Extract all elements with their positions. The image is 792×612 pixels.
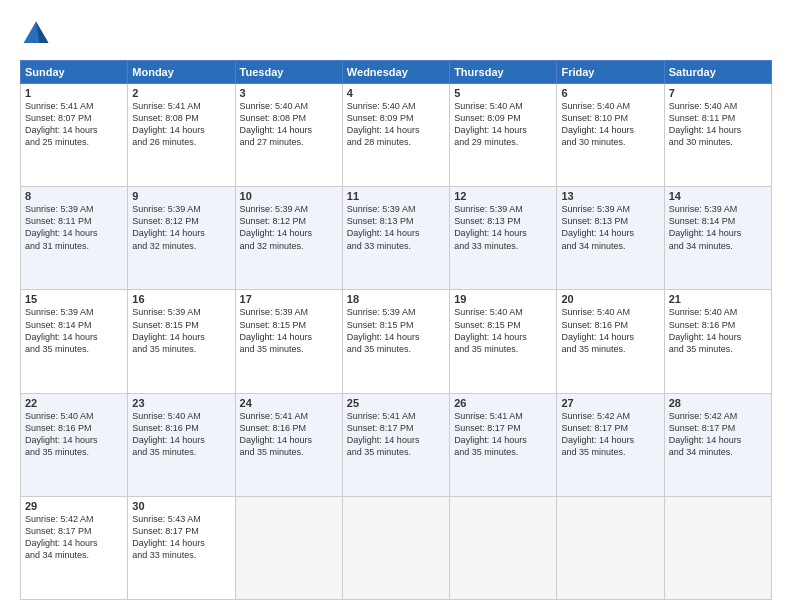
day-number: 5: [454, 87, 552, 99]
day-cell-1: 1Sunrise: 5:41 AM Sunset: 8:07 PM Daylig…: [21, 84, 128, 187]
day-info: Sunrise: 5:39 AM Sunset: 8:15 PM Dayligh…: [132, 306, 230, 355]
day-info: Sunrise: 5:39 AM Sunset: 8:15 PM Dayligh…: [240, 306, 338, 355]
day-info: Sunrise: 5:40 AM Sunset: 8:16 PM Dayligh…: [132, 410, 230, 459]
day-info: Sunrise: 5:39 AM Sunset: 8:12 PM Dayligh…: [132, 203, 230, 252]
day-cell-13: 13Sunrise: 5:39 AM Sunset: 8:13 PM Dayli…: [557, 187, 664, 290]
day-info: Sunrise: 5:40 AM Sunset: 8:16 PM Dayligh…: [25, 410, 123, 459]
day-info: Sunrise: 5:39 AM Sunset: 8:13 PM Dayligh…: [561, 203, 659, 252]
day-cell-4: 4Sunrise: 5:40 AM Sunset: 8:09 PM Daylig…: [342, 84, 449, 187]
day-cell-15: 15Sunrise: 5:39 AM Sunset: 8:14 PM Dayli…: [21, 290, 128, 393]
day-info: Sunrise: 5:41 AM Sunset: 8:08 PM Dayligh…: [132, 100, 230, 149]
day-info: Sunrise: 5:39 AM Sunset: 8:13 PM Dayligh…: [347, 203, 445, 252]
day-cell-29: 29Sunrise: 5:42 AM Sunset: 8:17 PM Dayli…: [21, 496, 128, 599]
calendar-table: SundayMondayTuesdayWednesdayThursdayFrid…: [20, 60, 772, 600]
day-number: 24: [240, 397, 338, 409]
day-cell-20: 20Sunrise: 5:40 AM Sunset: 8:16 PM Dayli…: [557, 290, 664, 393]
day-info: Sunrise: 5:41 AM Sunset: 8:07 PM Dayligh…: [25, 100, 123, 149]
day-cell-21: 21Sunrise: 5:40 AM Sunset: 8:16 PM Dayli…: [664, 290, 771, 393]
day-cell-3: 3Sunrise: 5:40 AM Sunset: 8:08 PM Daylig…: [235, 84, 342, 187]
header: [20, 18, 772, 50]
day-cell-23: 23Sunrise: 5:40 AM Sunset: 8:16 PM Dayli…: [128, 393, 235, 496]
week-row-1: 1Sunrise: 5:41 AM Sunset: 8:07 PM Daylig…: [21, 84, 772, 187]
day-number: 17: [240, 293, 338, 305]
day-number: 23: [132, 397, 230, 409]
logo-icon: [20, 18, 52, 50]
logo: [20, 18, 56, 50]
week-row-5: 29Sunrise: 5:42 AM Sunset: 8:17 PM Dayli…: [21, 496, 772, 599]
empty-cell: [235, 496, 342, 599]
header-cell-sunday: Sunday: [21, 61, 128, 84]
day-number: 7: [669, 87, 767, 99]
day-info: Sunrise: 5:42 AM Sunset: 8:17 PM Dayligh…: [561, 410, 659, 459]
day-info: Sunrise: 5:40 AM Sunset: 8:09 PM Dayligh…: [347, 100, 445, 149]
day-number: 11: [347, 190, 445, 202]
empty-cell: [557, 496, 664, 599]
day-number: 6: [561, 87, 659, 99]
header-cell-tuesday: Tuesday: [235, 61, 342, 84]
day-cell-18: 18Sunrise: 5:39 AM Sunset: 8:15 PM Dayli…: [342, 290, 449, 393]
day-cell-30: 30Sunrise: 5:43 AM Sunset: 8:17 PM Dayli…: [128, 496, 235, 599]
header-cell-thursday: Thursday: [450, 61, 557, 84]
day-number: 30: [132, 500, 230, 512]
day-cell-9: 9Sunrise: 5:39 AM Sunset: 8:12 PM Daylig…: [128, 187, 235, 290]
day-info: Sunrise: 5:40 AM Sunset: 8:15 PM Dayligh…: [454, 306, 552, 355]
header-row: SundayMondayTuesdayWednesdayThursdayFrid…: [21, 61, 772, 84]
day-number: 21: [669, 293, 767, 305]
day-info: Sunrise: 5:40 AM Sunset: 8:16 PM Dayligh…: [561, 306, 659, 355]
day-info: Sunrise: 5:42 AM Sunset: 8:17 PM Dayligh…: [25, 513, 123, 562]
day-number: 12: [454, 190, 552, 202]
day-number: 18: [347, 293, 445, 305]
day-number: 2: [132, 87, 230, 99]
day-number: 26: [454, 397, 552, 409]
day-cell-24: 24Sunrise: 5:41 AM Sunset: 8:16 PM Dayli…: [235, 393, 342, 496]
day-info: Sunrise: 5:39 AM Sunset: 8:14 PM Dayligh…: [669, 203, 767, 252]
day-cell-8: 8Sunrise: 5:39 AM Sunset: 8:11 PM Daylig…: [21, 187, 128, 290]
day-number: 3: [240, 87, 338, 99]
day-number: 25: [347, 397, 445, 409]
day-cell-14: 14Sunrise: 5:39 AM Sunset: 8:14 PM Dayli…: [664, 187, 771, 290]
day-info: Sunrise: 5:41 AM Sunset: 8:17 PM Dayligh…: [454, 410, 552, 459]
day-cell-10: 10Sunrise: 5:39 AM Sunset: 8:12 PM Dayli…: [235, 187, 342, 290]
day-cell-17: 17Sunrise: 5:39 AM Sunset: 8:15 PM Dayli…: [235, 290, 342, 393]
header-cell-saturday: Saturday: [664, 61, 771, 84]
day-cell-16: 16Sunrise: 5:39 AM Sunset: 8:15 PM Dayli…: [128, 290, 235, 393]
empty-cell: [664, 496, 771, 599]
day-cell-26: 26Sunrise: 5:41 AM Sunset: 8:17 PM Dayli…: [450, 393, 557, 496]
day-cell-28: 28Sunrise: 5:42 AM Sunset: 8:17 PM Dayli…: [664, 393, 771, 496]
day-number: 10: [240, 190, 338, 202]
day-number: 9: [132, 190, 230, 202]
day-number: 13: [561, 190, 659, 202]
day-number: 22: [25, 397, 123, 409]
day-info: Sunrise: 5:39 AM Sunset: 8:13 PM Dayligh…: [454, 203, 552, 252]
day-info: Sunrise: 5:40 AM Sunset: 8:08 PM Dayligh…: [240, 100, 338, 149]
day-info: Sunrise: 5:39 AM Sunset: 8:11 PM Dayligh…: [25, 203, 123, 252]
header-cell-monday: Monday: [128, 61, 235, 84]
day-number: 29: [25, 500, 123, 512]
day-info: Sunrise: 5:39 AM Sunset: 8:14 PM Dayligh…: [25, 306, 123, 355]
week-row-4: 22Sunrise: 5:40 AM Sunset: 8:16 PM Dayli…: [21, 393, 772, 496]
calendar-body: 1Sunrise: 5:41 AM Sunset: 8:07 PM Daylig…: [21, 84, 772, 600]
empty-cell: [342, 496, 449, 599]
day-cell-7: 7Sunrise: 5:40 AM Sunset: 8:11 PM Daylig…: [664, 84, 771, 187]
day-info: Sunrise: 5:41 AM Sunset: 8:17 PM Dayligh…: [347, 410, 445, 459]
day-number: 16: [132, 293, 230, 305]
day-cell-11: 11Sunrise: 5:39 AM Sunset: 8:13 PM Dayli…: [342, 187, 449, 290]
day-info: Sunrise: 5:42 AM Sunset: 8:17 PM Dayligh…: [669, 410, 767, 459]
day-number: 14: [669, 190, 767, 202]
day-number: 8: [25, 190, 123, 202]
day-info: Sunrise: 5:39 AM Sunset: 8:12 PM Dayligh…: [240, 203, 338, 252]
header-cell-wednesday: Wednesday: [342, 61, 449, 84]
day-cell-25: 25Sunrise: 5:41 AM Sunset: 8:17 PM Dayli…: [342, 393, 449, 496]
day-cell-6: 6Sunrise: 5:40 AM Sunset: 8:10 PM Daylig…: [557, 84, 664, 187]
day-info: Sunrise: 5:40 AM Sunset: 8:16 PM Dayligh…: [669, 306, 767, 355]
day-cell-2: 2Sunrise: 5:41 AM Sunset: 8:08 PM Daylig…: [128, 84, 235, 187]
day-info: Sunrise: 5:41 AM Sunset: 8:16 PM Dayligh…: [240, 410, 338, 459]
week-row-3: 15Sunrise: 5:39 AM Sunset: 8:14 PM Dayli…: [21, 290, 772, 393]
day-number: 4: [347, 87, 445, 99]
day-cell-5: 5Sunrise: 5:40 AM Sunset: 8:09 PM Daylig…: [450, 84, 557, 187]
day-info: Sunrise: 5:43 AM Sunset: 8:17 PM Dayligh…: [132, 513, 230, 562]
day-cell-12: 12Sunrise: 5:39 AM Sunset: 8:13 PM Dayli…: [450, 187, 557, 290]
day-number: 1: [25, 87, 123, 99]
day-cell-27: 27Sunrise: 5:42 AM Sunset: 8:17 PM Dayli…: [557, 393, 664, 496]
day-number: 19: [454, 293, 552, 305]
